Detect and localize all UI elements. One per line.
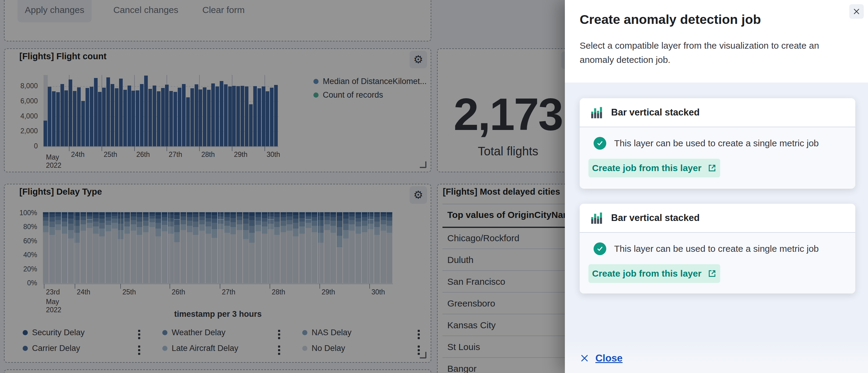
close-icon xyxy=(580,353,589,363)
layer-compatibility-text: This layer can be used to create a singl… xyxy=(614,244,819,254)
layer-card: Bar vertical stacked This layer can be u… xyxy=(580,98,855,189)
create-anomaly-job-flyout: Create anomaly detection job Select a co… xyxy=(565,0,868,373)
close-link-label: Close xyxy=(595,352,623,364)
create-job-button-label: Create job from this layer xyxy=(592,269,702,279)
bar-vertical-stacked-icon xyxy=(590,106,603,119)
flyout-body: Bar vertical stacked This layer can be u… xyxy=(565,83,868,373)
layer-card: Bar vertical stacked This layer can be u… xyxy=(580,204,855,293)
external-link-icon xyxy=(708,269,717,278)
flyout-close-button[interactable] xyxy=(849,4,864,19)
create-job-from-layer-button[interactable]: Create job from this layer xyxy=(588,159,720,178)
bar-vertical-stacked-icon xyxy=(590,211,603,225)
layer-card-title: Bar vertical stacked xyxy=(611,213,700,223)
check-in-circle-icon xyxy=(594,242,606,255)
create-job-from-layer-button[interactable]: Create job from this layer xyxy=(588,264,720,283)
close-icon xyxy=(852,7,861,15)
layer-compatibility-text: This layer can be used to create a singl… xyxy=(614,138,819,148)
flyout-title: Create anomaly detection job xyxy=(580,12,761,27)
create-job-button-label: Create job from this layer xyxy=(592,163,702,173)
flyout-description: Select a compatible layer from the visua… xyxy=(580,39,852,67)
external-link-icon xyxy=(708,163,717,173)
flyout-close-link[interactable]: Close xyxy=(580,352,623,364)
layer-card-title: Bar vertical stacked xyxy=(611,107,700,118)
check-in-circle-icon xyxy=(594,137,606,150)
